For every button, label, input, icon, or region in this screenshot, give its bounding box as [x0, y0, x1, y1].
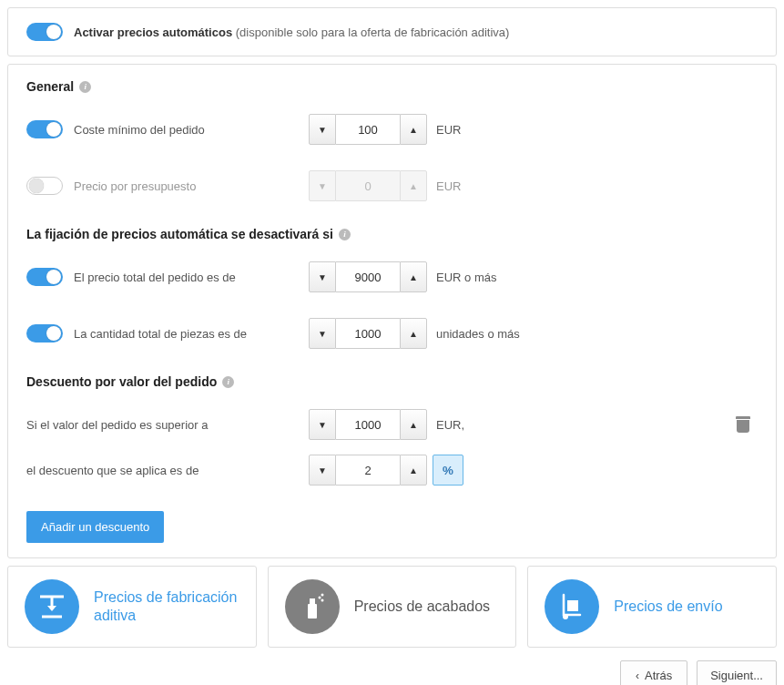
decrement-button: ▼	[309, 170, 336, 201]
svg-rect-4	[308, 604, 317, 619]
back-button[interactable]: ‹ Atrás	[620, 660, 687, 685]
increment-button[interactable]: ▲	[400, 455, 427, 486]
increment-button[interactable]: ▲	[400, 409, 427, 440]
decrement-button[interactable]: ▼	[309, 409, 336, 440]
hand-truck-icon	[545, 579, 599, 634]
additive-pricing-card[interactable]: Precios de fabricación aditiva	[7, 566, 257, 648]
discount-threshold-label: Si el valor del pedido es superior a	[26, 418, 208, 432]
min-order-cost-toggle[interactable]	[26, 120, 63, 138]
svg-marker-2	[47, 606, 56, 611]
svg-rect-5	[310, 598, 315, 604]
svg-point-6	[318, 597, 321, 599]
unit-label: EUR o más	[436, 271, 496, 284]
info-icon[interactable]: i	[79, 81, 91, 93]
general-heading: General i	[26, 79, 758, 94]
card-label: Precios de acabados	[354, 598, 490, 616]
decrement-button[interactable]: ▼	[309, 261, 336, 292]
disable-heading: La fijación de precios automática se des…	[26, 227, 758, 241]
activate-toggle[interactable]	[26, 23, 63, 41]
total-price-stepper[interactable]: ▼ ▲	[309, 261, 427, 292]
discount-threshold-stepper[interactable]: ▼ ▲	[309, 409, 427, 440]
next-button[interactable]: Siguient...	[697, 660, 777, 685]
settings-panel: General i Coste mínimo del pedido ▼ ▲ EU…	[7, 64, 777, 558]
increment-button[interactable]: ▲	[400, 318, 427, 349]
price-per-quote-toggle[interactable]	[26, 177, 63, 195]
svg-point-10	[563, 614, 568, 619]
printer-icon	[25, 579, 79, 634]
add-discount-button[interactable]: Añadir un descuento	[26, 511, 164, 543]
total-price-input[interactable]	[336, 261, 400, 292]
total-qty-label: La cantidad total de piezas es de	[74, 327, 247, 341]
activate-panel: Activar precios automáticos (disponible …	[7, 7, 777, 56]
card-label: Precios de fabricación aditiva	[94, 588, 239, 625]
price-per-quote-input	[336, 170, 400, 201]
min-order-cost-input[interactable]	[336, 114, 400, 145]
footer-nav: ‹ Atrás Siguient...	[7, 660, 777, 685]
unit-label: EUR	[436, 179, 461, 193]
price-per-quote-label: Precio por presupuesto	[74, 179, 196, 193]
discount-rate-label: el descuento que se aplica es de	[26, 464, 199, 477]
total-price-toggle[interactable]	[26, 268, 63, 286]
decrement-button[interactable]: ▼	[309, 318, 336, 349]
unit-label: EUR,	[436, 418, 464, 432]
unit-label: unidades o más	[436, 327, 520, 341]
activate-label: Activar precios automáticos (disponible …	[74, 26, 509, 39]
total-qty-input[interactable]	[336, 318, 400, 349]
svg-rect-9	[567, 600, 578, 611]
info-icon[interactable]: i	[339, 229, 351, 240]
total-qty-stepper[interactable]: ▼ ▲	[309, 318, 427, 349]
decrement-button[interactable]: ▼	[309, 455, 336, 486]
trash-icon[interactable]	[736, 416, 750, 433]
info-icon[interactable]: i	[222, 376, 234, 388]
chevron-left-icon: ‹	[636, 670, 639, 682]
decrement-button[interactable]: ▼	[309, 114, 336, 145]
min-order-cost-stepper[interactable]: ▼ ▲	[309, 114, 427, 145]
svg-point-7	[321, 599, 323, 602]
discount-heading: Descuento por valor del pedido i	[26, 374, 758, 389]
increment-button[interactable]: ▲	[400, 261, 427, 292]
discount-rate-input[interactable]	[336, 455, 400, 486]
unit-label: EUR	[436, 123, 461, 137]
discount-rate-stepper[interactable]: ▼ ▲	[309, 455, 427, 486]
percent-unit-button[interactable]: %	[433, 455, 463, 486]
svg-point-8	[321, 594, 323, 597]
price-per-quote-stepper: ▼ ▲	[309, 170, 427, 201]
shipping-pricing-card[interactable]: Precios de envío	[527, 566, 777, 648]
finishes-pricing-card[interactable]: Precios de acabados	[268, 566, 517, 648]
spray-icon	[285, 579, 340, 634]
discount-threshold-input[interactable]	[336, 409, 400, 440]
increment-button[interactable]: ▲	[400, 114, 427, 145]
price-cards-row: Precios de fabricación aditiva Precios d…	[7, 566, 777, 648]
increment-button: ▲	[400, 170, 427, 201]
card-label: Precios de envío	[614, 598, 722, 616]
min-order-cost-label: Coste mínimo del pedido	[74, 123, 205, 137]
total-price-label: El precio total del pedido es de	[74, 271, 236, 284]
total-qty-toggle[interactable]	[26, 324, 63, 342]
